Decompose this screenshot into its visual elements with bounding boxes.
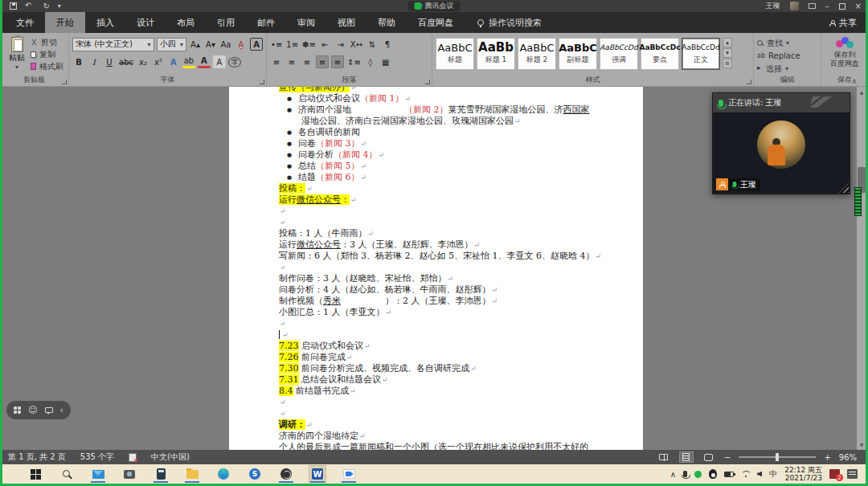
collapse-toolbar-icon[interactable]: ‹ [60, 405, 63, 415]
enclose-characters-button[interactable]: 字 [228, 57, 241, 67]
start-icon[interactable] [27, 465, 44, 483]
font-size-combo[interactable]: 小四 ▾ [157, 38, 186, 51]
style-card-标题[interactable]: AaBbC标题 [436, 38, 474, 70]
paste-button[interactable]: 粘贴 ▾ [3, 37, 31, 71]
distribute-button[interactable]: ≡ [331, 55, 344, 68]
zoom-slider[interactable] [739, 456, 816, 458]
language-indicator[interactable]: 中文(中国) [151, 451, 190, 463]
battery-icon[interactable] [724, 472, 734, 477]
strikethrough-button[interactable]: abc [118, 55, 134, 68]
wifi-icon[interactable] [741, 471, 750, 478]
format-painter-button[interactable]: 格式刷 [31, 61, 63, 71]
superscript-button[interactable]: x² [152, 55, 165, 68]
doc-line[interactable]: ↵ [279, 262, 635, 273]
shading-button[interactable]: ◊ [364, 55, 377, 68]
doc-line[interactable]: 写新闻：6 人（郑怡 3、杨若琳 2、赵心如 5、宋祉怡 1、李亚文 6、赵晓晗… [279, 251, 635, 262]
italic-button[interactable]: I [88, 55, 100, 68]
ribbon-display-options-icon[interactable] [809, 3, 816, 9]
doc-line[interactable]: ↵ [279, 217, 635, 228]
find-button[interactable]: 查找▾ [757, 38, 817, 48]
text-highlight-button[interactable]: ab [182, 55, 195, 68]
justify-button[interactable]: ≡ [316, 55, 329, 68]
customize-qat-icon[interactable]: ▾ [58, 2, 61, 10]
doc-line[interactable]: 湿地公园、济南白云湖国家湿地公园、玫瑰湖国家公园↵ [279, 116, 635, 127]
asian-layout-button[interactable]: X↔ [350, 38, 363, 51]
replace-button[interactable]: abReplace [757, 51, 817, 61]
doc-bullet-line[interactable]: ●启动仪式和会议（新闻 1）↵ [279, 93, 635, 104]
line-spacing-button[interactable]: ⇕≡ [346, 55, 362, 68]
copy-button[interactable]: 复制 [31, 49, 63, 59]
align-left-button[interactable]: ≡ [270, 55, 283, 68]
doc-line[interactable]: 问卷分析：4 人（赵心如、杨若琳、牛雨雨、赵彤辉）↵ [279, 284, 635, 296]
doc-line[interactable]: 运行微信公众号：3 人（王璨、赵彤辉、李沛恩）↵ [279, 239, 635, 251]
character-shading-button[interactable]: A [213, 55, 226, 68]
tray-chevron-up-icon[interactable]: ∧ [670, 470, 676, 479]
doc-line[interactable]: 7.31 总结会议和结题会议↵ [279, 374, 635, 386]
floating-toolbar[interactable]: ☺ ‹ [6, 401, 71, 419]
styles-dialog-launcher[interactable] [747, 80, 751, 84]
tab-file[interactable]: 文件 [5, 12, 45, 33]
volume-icon[interactable] [757, 472, 762, 477]
style-card-标题 1[interactable]: AaBb标题 1 [477, 38, 515, 70]
input-method-indicator[interactable]: 中 [769, 468, 777, 480]
doc-line[interactable]: 投稿：1 人（牛雨雨）↵ [279, 228, 635, 239]
camera-icon[interactable] [121, 465, 138, 483]
doc-line[interactable]: ↵ [279, 206, 635, 217]
close-button[interactable]: × [855, 0, 862, 12]
font-dialog-launcher[interactable] [260, 80, 264, 84]
style-gallery-more-icon[interactable]: ≡ [723, 59, 732, 68]
doc-line[interactable]: 小图汇总：1 人（李亚文）↵ [279, 307, 635, 318]
doc-line[interactable]: 济南的四个湿地待定↵ [279, 431, 635, 442]
doc-line[interactable]: 运行微信公众号：↵ [279, 194, 635, 206]
clipboard-dialog-launcher[interactable] [62, 80, 67, 84]
proofing-errors-icon[interactable] [129, 453, 137, 462]
doc-line[interactable]: 个人的最后形成一篇新闻稿和一个小图（选一个现在相比来说保护利用不太好的 [279, 442, 635, 450]
underline-button[interactable]: U [103, 55, 116, 68]
multilevel-list-button[interactable]: ✽≡ [301, 38, 317, 51]
apps-grid-icon[interactable] [14, 406, 21, 414]
search-icon[interactable] [58, 465, 76, 483]
word-icon[interactable]: W [309, 465, 326, 483]
zoom-level[interactable]: 96% [839, 453, 857, 462]
show-marks-button[interactable]: ¶ [381, 38, 394, 51]
style-scroll-down-icon[interactable]: ▾ [723, 48, 732, 58]
numbered-list-button[interactable]: 1≡ [285, 38, 299, 51]
doc-line[interactable]: 投稿：↵ [279, 183, 635, 194]
tab-references[interactable]: 引用 [206, 12, 246, 33]
doc-line[interactable]: 7.23 启动仪式和会议↵ [279, 341, 635, 352]
web-layout-button[interactable] [702, 451, 716, 463]
calculator-icon[interactable] [152, 465, 170, 483]
doc-bullet-line[interactable]: ●问卷分析（新闻 4）↵ [279, 149, 635, 161]
paragraph-dialog-launcher[interactable] [425, 80, 430, 84]
select-button[interactable]: 选择▾ [757, 63, 817, 74]
zoom-in-button[interactable]: + [824, 453, 830, 462]
notification-icon[interactable]: 2 [829, 469, 840, 479]
minimize-button[interactable]: – [825, 0, 829, 12]
tab-review[interactable]: 审阅 [286, 12, 326, 33]
shrink-font-button[interactable]: A▾ [204, 38, 217, 51]
doc-line[interactable]: ↵ [279, 318, 635, 329]
doc-line[interactable]: 调研：↵ [279, 419, 635, 431]
tab-mailings[interactable]: 邮件 [246, 12, 286, 33]
tab-layout[interactable]: 布局 [166, 12, 206, 33]
restore-button[interactable] [839, 3, 845, 10]
zoom-out-button[interactable]: − [724, 453, 731, 462]
tab-baidu-netdisk[interactable]: 百度网盘 [407, 12, 465, 33]
tab-view[interactable]: 视图 [326, 12, 366, 33]
doc-bullet-line[interactable]: ●问卷（新闻 3）↵ [279, 138, 635, 149]
character-border-button[interactable]: A [250, 38, 263, 51]
sort-button[interactable]: ⇅ [366, 38, 379, 51]
style-scroll-up-icon[interactable]: ▴ [723, 38, 732, 47]
meeting-video[interactable]: 王璨 [713, 112, 850, 194]
subscript-button[interactable]: x₂ [137, 55, 149, 68]
doc-line[interactable]: 8.4 前结题书完成↵ [279, 386, 635, 397]
resize-grip[interactable] [839, 183, 849, 193]
save-to-baidu-button[interactable]: 保存到 百度网盘 [825, 37, 865, 68]
grow-font-button[interactable]: A▴ [189, 38, 202, 51]
undo-icon[interactable]: ↶▾ [25, 2, 35, 10]
document-page[interactable]: 宣传（与新闻办）↵●启动仪式和会议（新闻 1）↵●济南四个湿地 （新闻 2）莱芜… [229, 87, 643, 450]
bold-button[interactable]: B [72, 55, 85, 68]
align-center-button[interactable]: ≡ [285, 55, 298, 68]
cut-button[interactable]: 剪切 [31, 37, 63, 47]
share-button[interactable]: 共享 [829, 12, 857, 33]
